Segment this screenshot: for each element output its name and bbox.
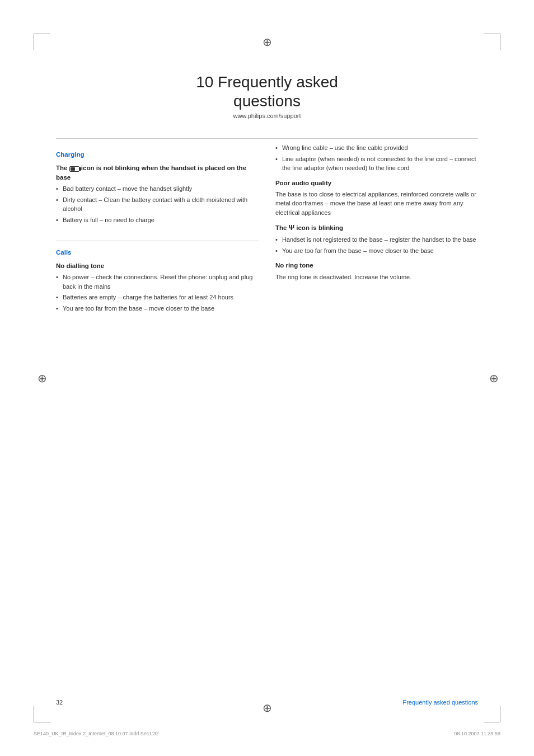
website-url: www.philips.com/support [56, 112, 478, 119]
signal-icon: Ψ [289, 223, 295, 232]
title-divider [56, 138, 478, 139]
battery-icon-inline [69, 164, 79, 173]
charging-bullets: Bad battery contact – move the handset s… [56, 184, 259, 224]
poor-audio-body: The base is too close to electrical appl… [275, 190, 478, 218]
chapter-title-block: 10 Frequently askedquestions www.philips… [56, 73, 478, 128]
no-dialling-heading: No dialling tone [56, 261, 259, 270]
bullet-item: Bad battery contact – move the handset s… [56, 184, 259, 194]
bullet-item: Handset is not registered to the base – … [275, 235, 478, 245]
bullet-item: Dirty contact – Clean the battery contac… [56, 195, 259, 214]
reg-mark-tr [484, 34, 500, 50]
page: ⊕ ⊕ ⊕ ⊕ 10 Frequently askedquestions www… [0, 0, 534, 756]
signal-blinking-heading: The Ψ icon is blinking [275, 223, 478, 233]
dialling-bullets: No power – check the connections. Reset … [56, 273, 259, 313]
bullet-item: You are too far from the base – move clo… [275, 246, 478, 256]
file-info-right: 08.10.2007 11:39:59 [454, 731, 500, 736]
page-footer: 32 Frequently asked questions [56, 699, 478, 706]
left-column: Charging The icon is not blinking when t… [56, 143, 259, 689]
bullet-item: Battery is full – no need to charge [56, 215, 259, 225]
center-mark-top: ⊕ [263, 35, 272, 49]
no-ring-heading: No ring tone [275, 261, 478, 270]
bullet-item: Line adaptor (when needed) is not connec… [275, 154, 478, 173]
file-info: SE140_UK_IR_Index 2_Internet_08.10.07.in… [34, 731, 500, 736]
reg-mark-tl [34, 34, 50, 50]
columns: Charging The icon is not blinking when t… [56, 143, 478, 689]
section-divider [56, 241, 259, 241]
bullet-item: Batteries are empty – charge the batteri… [56, 293, 259, 302]
reg-mark-br [484, 706, 500, 722]
center-mark-mid-right: ⊕ [489, 372, 499, 385]
center-mark-mid-left: ⊕ [38, 372, 47, 385]
right-column: Wrong line cable – use the line cable pr… [275, 143, 478, 689]
page-number: 32 [56, 699, 63, 706]
charging-sub-heading: The icon is not blinking when the handse… [56, 163, 259, 182]
no-ring-body: The ring tone is deactivated. Increase t… [275, 273, 478, 282]
bullet-item: Wrong line cable – use the line cable pr… [275, 143, 478, 153]
bullet-item: You are too far from the base – move clo… [56, 304, 259, 313]
content-area: 10 Frequently askedquestions www.philips… [56, 73, 478, 689]
charging-heading: Charging [56, 151, 259, 158]
poor-audio-heading: Poor audio quality [275, 179, 478, 187]
chapter-title: 10 Frequently askedquestions [56, 73, 478, 110]
footer-section-label: Frequently asked questions [402, 699, 478, 706]
signal-bullets: Handset is not registered to the base – … [275, 235, 478, 255]
line-cable-bullets: Wrong line cable – use the line cable pr… [275, 143, 478, 173]
calls-heading: Calls [56, 249, 259, 256]
bullet-item: No power – check the connections. Reset … [56, 273, 259, 291]
reg-mark-bl [34, 706, 50, 722]
file-info-left: SE140_UK_IR_Index 2_Internet_08.10.07.in… [34, 731, 159, 736]
